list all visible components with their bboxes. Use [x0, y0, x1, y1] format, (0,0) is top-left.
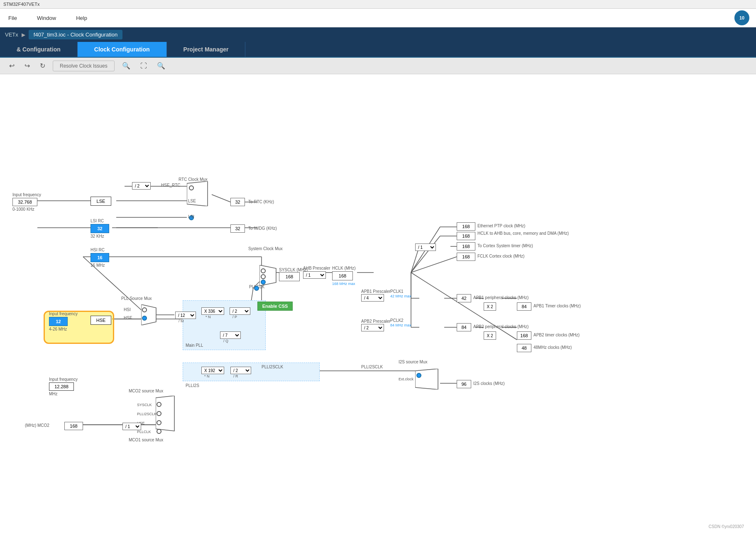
main-content: Input frequency 0-1000 KHz LSE LSI RC 32…: [0, 74, 756, 538]
pll-mux-hse-label: HSE: [124, 316, 132, 320]
x2-apb2: X 2: [484, 331, 496, 340]
ext-clock-label: Ext.clock: [399, 377, 413, 381]
output-hclk-ahb: 168: [457, 232, 475, 240]
expand-button[interactable]: ⛶: [138, 61, 149, 71]
apb1-prescaler-select[interactable]: / 4: [361, 294, 384, 302]
output-48mhz-label: 48MHz clocks (MHz): [533, 345, 572, 350]
input-freq-2-value[interactable]: 12: [49, 317, 68, 326]
svg-line-26: [411, 257, 457, 273]
input-freq-1-label: Input frequency 0-1000 KHz: [12, 192, 41, 212]
output-cortex-timer: 168: [457, 242, 475, 251]
x2-apb1: X 2: [484, 302, 496, 311]
refresh-button[interactable]: ↻: [37, 60, 48, 71]
menu-file[interactable]: File: [7, 14, 19, 22]
output-eth-ptp-label: Ethernet PTP clock (MHz): [477, 224, 525, 228]
tab-pinconfig[interactable]: & Configuration: [0, 42, 78, 57]
plli2sclk-label1: PLLI2SCLK: [262, 365, 283, 369]
pll-mux-radio-hsi[interactable]: [142, 307, 147, 312]
plln-select[interactable]: X 336: [201, 307, 224, 315]
system-mux-radio-pll[interactable]: [261, 280, 266, 285]
svg-marker-56: [415, 369, 438, 390]
output-i2s-clocks: 96: [457, 380, 471, 388]
cortex-div-select[interactable]: / 1: [415, 243, 436, 251]
output-48mhz: 48: [517, 344, 531, 352]
lsi-mux-label: LSI: [188, 214, 194, 219]
breadcrumb-arrow: ▶: [22, 32, 25, 38]
output-apb1-timer-label: APB1 Timer clocks (MHz): [533, 304, 581, 308]
breadcrumb-current: f407_tim3.ioc - Clock Configuration: [29, 30, 122, 39]
mco2-sysclk-label: SYSCLK: [137, 403, 152, 407]
output-i2s-clocks-label: I2S clocks (MHz): [473, 381, 505, 386]
output-apb2-timer-label: APB2 timer clocks (MHz): [533, 333, 580, 337]
pllp-sub: / P: [232, 315, 237, 319]
mco2-output-label: (MHz) MCO2: [25, 423, 49, 428]
system-mux-radio-hsi[interactable]: [261, 268, 266, 273]
pllq-select[interactable]: / 7: [220, 331, 241, 339]
menu-window[interactable]: Window: [35, 14, 58, 22]
pllp-select[interactable]: / 2: [230, 307, 250, 315]
hclk-label: HCLK (MHz): [332, 266, 356, 270]
output-apb1-periph: 42: [457, 294, 471, 302]
connection-lines: [0, 74, 747, 531]
menu-help[interactable]: Help: [74, 14, 89, 22]
output-apb1-timer: 84: [517, 302, 531, 311]
lsi-rc-box[interactable]: 32: [91, 224, 109, 233]
version-badge: 10: [734, 10, 749, 25]
title-bar: STM32F407VETx: [0, 0, 756, 9]
mco2-mux-hse-radio[interactable]: [157, 420, 161, 425]
to-iwdg-label: To IWDG (KHz): [248, 226, 277, 231]
lse-box[interactable]: LSE: [91, 197, 111, 206]
pllm-sub: / M: [179, 319, 184, 323]
apb1-prescaler-label: APB1 Prescaler: [361, 289, 391, 294]
main-pll-label: Main PLL: [186, 343, 203, 348]
pll-mux-radio-hse[interactable]: [142, 316, 147, 321]
mco2-div-select[interactable]: / 1: [122, 423, 141, 430]
hse-div-select[interactable]: / 2: [132, 182, 151, 190]
ahb-prescaler-select[interactable]: / 1: [303, 271, 326, 279]
i2s-mux-shape[interactable]: [415, 369, 440, 390]
pll-source-mux-label: PLL Source Mux: [121, 296, 152, 301]
tab-clockconfig[interactable]: Clock Configuration: [78, 42, 167, 57]
output-fclk: 168: [457, 253, 475, 261]
apb2-prescaler-select[interactable]: / 2: [361, 324, 384, 331]
redo-button[interactable]: ↪: [22, 60, 32, 71]
output-apb1-periph-label: APB1 peripheral clocks (MHz): [473, 295, 528, 300]
hse-rtc-label: HSE_RTC: [161, 183, 181, 187]
pclk1-label: PCLK1: [390, 289, 404, 294]
plli2sclk-label2: PLLI2SCLK: [361, 365, 383, 369]
system-mux-radio-hse[interactable]: [261, 274, 266, 279]
output-apb2-periph-label: APB2 peripheral clocks (MHz): [473, 324, 528, 329]
lsi-rc-area: LSI RC 32 32 KHz: [91, 219, 109, 239]
toolbar: ↩ ↪ ↻ Resolve Clock Issues 🔍 ⛶ 🔍: [0, 58, 756, 74]
mco2-pllclk-label: PLLCLK: [137, 430, 151, 434]
enable-css-button[interactable]: Enable CSS: [257, 302, 293, 311]
input-freq-2-label: Input frequency 12 4-26 MHz: [49, 312, 78, 331]
i2s-mux-radio-1[interactable]: [416, 373, 421, 378]
menu-items: File Window Help: [7, 14, 89, 22]
tab-projectmanager[interactable]: Project Manager: [167, 42, 246, 57]
to-rtc-label: To RTC (KHz): [248, 200, 274, 204]
hse-box[interactable]: HSE: [91, 316, 111, 325]
hsi-rc-box[interactable]: 16: [91, 253, 109, 262]
pll-mux-hsi-label: HSI: [124, 307, 131, 312]
sysclk-value: 168: [279, 272, 300, 281]
input-freq-3-value: 12.288: [49, 382, 74, 391]
plli2sn-select[interactable]: X 192: [201, 367, 224, 374]
resolve-clock-issues-button[interactable]: Resolve Clock Issues: [53, 61, 115, 71]
zoom-out-button[interactable]: 🔍: [154, 60, 168, 71]
mco2-mux-plli2s-radio[interactable]: [157, 411, 161, 416]
plli2sr-select[interactable]: / 2: [230, 367, 251, 374]
input-freq-1-value[interactable]: [12, 198, 37, 206]
breadcrumb-parent[interactable]: VETx: [5, 32, 18, 38]
pllm-select[interactable]: / 12: [175, 312, 196, 319]
output-apb2-periph: 84: [457, 323, 471, 331]
mco2-mux-pll-radio[interactable]: [157, 429, 161, 434]
pllclk-radio[interactable]: [254, 286, 259, 291]
zoom-in-button[interactable]: 🔍: [120, 60, 133, 71]
mco2-plli2s-label: PLLI2SCLK: [137, 412, 157, 416]
pclk2-max: 84 MHz max: [390, 323, 411, 327]
undo-button[interactable]: ↩: [7, 60, 17, 71]
rtc-mux-radio-1[interactable]: [189, 185, 194, 190]
system-clock-mux-label: System Clock Mux: [248, 246, 283, 251]
mco2-mux-sysclk-radio[interactable]: [157, 402, 161, 407]
